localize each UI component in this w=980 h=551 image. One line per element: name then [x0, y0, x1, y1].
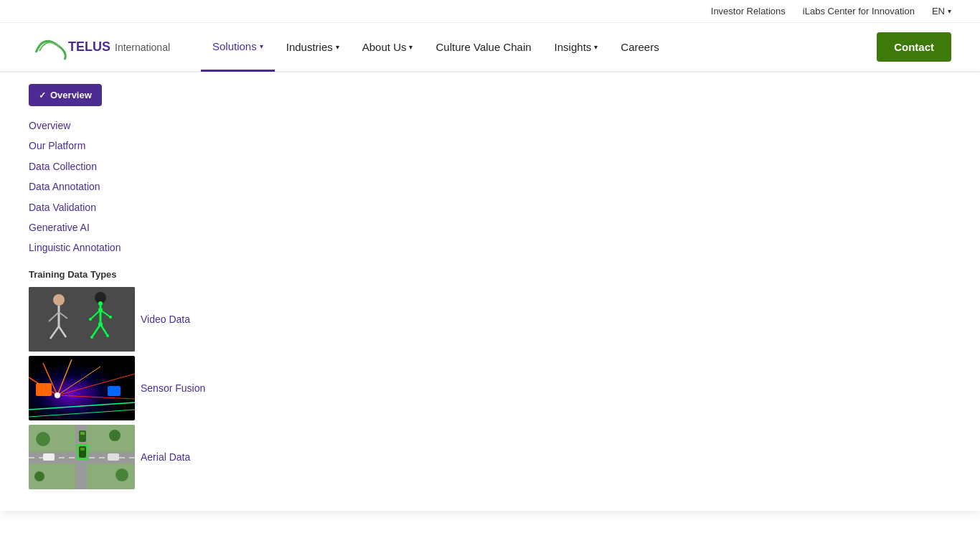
insights-arrow-icon: ▾: [594, 43, 598, 51]
svg-point-18: [106, 334, 109, 337]
checkmark-icon: ✓: [39, 90, 46, 100]
svg-rect-2: [29, 287, 135, 352]
svg-rect-39: [80, 432, 85, 435]
svg-point-21: [98, 322, 103, 326]
svg-rect-41: [80, 448, 85, 451]
dropdown-link-generative-ai[interactable]: Generative AI: [29, 218, 951, 237]
lang-label: EN: [932, 6, 945, 17]
svg-point-17: [90, 336, 93, 339]
svg-text:TELUS: TELUS: [68, 39, 110, 54]
svg-point-15: [89, 318, 92, 321]
nav-industries[interactable]: Industries ▾: [275, 23, 351, 72]
solutions-arrow-icon: ▾: [260, 42, 263, 50]
dropdown-link-linguistic-annotation[interactable]: Linguistic Annotation: [29, 238, 951, 257]
industries-arrow-icon: ▾: [336, 43, 339, 51]
telus-logo: TELUS International: [29, 31, 172, 63]
svg-rect-43: [108, 453, 119, 461]
dropdown-link-data-collection[interactable]: Data Collection: [29, 157, 951, 176]
solutions-dropdown: ✓ Overview Overview Our Platform Data Co…: [0, 72, 980, 511]
nav-careers[interactable]: Careers: [609, 23, 670, 72]
logo-link[interactable]: TELUS International: [29, 31, 172, 63]
language-selector[interactable]: EN ▾: [932, 6, 951, 17]
sensor-fusion-thumbnail: [29, 356, 135, 420]
card-aerial-data: Aerial Data: [29, 425, 951, 489]
investor-relations-link[interactable]: Investor Relations: [711, 6, 786, 17]
dropdown-links: Overview Our Platform Data Collection Da…: [29, 116, 951, 258]
nav-solutions[interactable]: Solutions ▾: [201, 23, 275, 72]
dropdown-link-our-platform[interactable]: Our Platform: [29, 136, 951, 155]
utility-bar: Investor Relations iLabs Center for Inno…: [0, 0, 980, 23]
training-data-label: Training Data Types: [29, 269, 951, 280]
svg-rect-32: [108, 386, 121, 396]
nav-links: Solutions ▾ Industries ▾ About Us ▾ Cult…: [201, 23, 877, 72]
overview-toggle-button[interactable]: ✓ Overview: [29, 84, 102, 106]
aerial-data-link[interactable]: Aerial Data: [141, 451, 190, 463]
svg-point-45: [36, 432, 50, 446]
sensor-fusion-link[interactable]: Sensor Fusion: [141, 382, 205, 394]
svg-point-16: [109, 316, 112, 319]
svg-point-3: [53, 294, 65, 306]
svg-point-20: [98, 308, 103, 312]
svg-point-47: [116, 468, 128, 481]
video-data-link[interactable]: Video Data: [141, 314, 190, 325]
training-cards: Video Data: [29, 287, 951, 494]
dropdown-link-overview[interactable]: Overview: [29, 116, 951, 135]
nav-about-us[interactable]: About Us ▾: [351, 23, 425, 72]
ilabs-link[interactable]: iLabs Center for Innovation: [803, 6, 915, 17]
chevron-down-icon: ▾: [948, 7, 951, 15]
dropdown-link-data-validation[interactable]: Data Validation: [29, 198, 951, 217]
svg-point-19: [98, 301, 103, 306]
dropdown-link-data-annotation[interactable]: Data Annotation: [29, 177, 951, 196]
svg-rect-31: [36, 383, 52, 396]
card-sensor-fusion: Sensor Fusion: [29, 356, 951, 420]
svg-point-48: [34, 471, 44, 481]
svg-rect-42: [43, 453, 55, 461]
nav-culture-value-chain[interactable]: Culture Value Chain: [424, 23, 542, 72]
svg-point-46: [109, 430, 121, 441]
svg-point-33: [55, 392, 60, 398]
main-nav: TELUS International Solutions ▾ Industri…: [0, 23, 980, 72]
contact-button[interactable]: Contact: [877, 32, 951, 62]
svg-text:International: International: [115, 42, 170, 53]
aerial-data-thumbnail: [29, 425, 135, 489]
video-data-thumbnail: [29, 287, 135, 352]
card-video-data: Video Data: [29, 287, 951, 352]
nav-insights[interactable]: Insights ▾: [543, 23, 610, 72]
about-arrow-icon: ▾: [409, 43, 413, 51]
